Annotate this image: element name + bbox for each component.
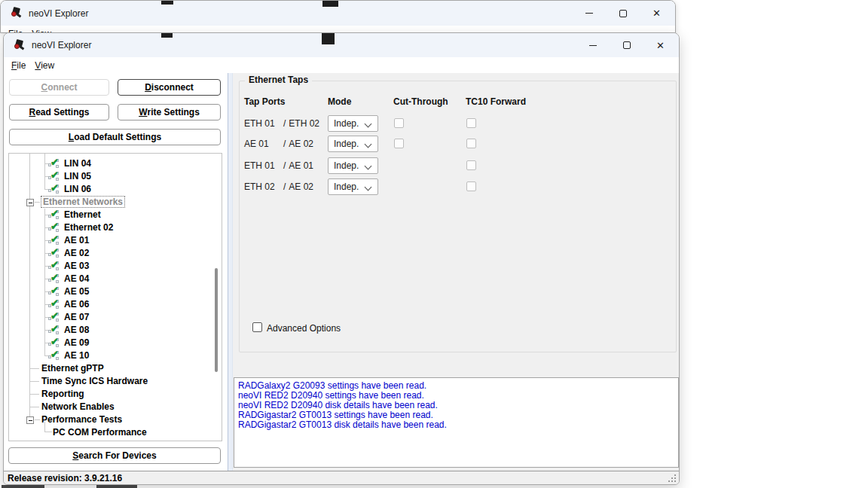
tree-item-lin-04[interactable]: ✔LIN 04 (9, 157, 222, 170)
load-default-settings-button[interactable]: Load Default Settings (9, 129, 221, 145)
tree-item-label: Ethernet gPTP (41, 363, 104, 374)
tree-line (30, 381, 39, 382)
close-button[interactable]: ✕ (643, 33, 677, 57)
tap-row-1: ETH 01/ETH 02Indep. (244, 115, 666, 132)
tree-item-lin-06[interactable]: ✔LIN 06 (9, 183, 222, 196)
resize-grip[interactable] (668, 474, 677, 483)
tree-item-ae-04[interactable]: ✔AE 04 (9, 273, 222, 285)
device-settings-tree: ✔LIN 04✔LIN 05✔LIN 06Ethernet Networks✔E… (8, 153, 222, 441)
menu-item-view[interactable]: View (30, 59, 59, 72)
tree-item-time-sync-ics-hardware[interactable]: Time Sync ICS Hardware (9, 375, 222, 388)
tree-line (35, 202, 40, 203)
tree-item-label: AE 05 (64, 286, 89, 297)
desktop: neoVI Explorer ✕ FileView neoVI Explorer… (0, 0, 868, 488)
tree-item-performance-tests[interactable]: Performance Tests (9, 413, 222, 426)
tree-item-ethernet-02[interactable]: ✔Ethernet 02 (9, 221, 222, 234)
disconnect-button[interactable]: Disconnect (118, 79, 221, 96)
network-check-icon: ✔ (48, 248, 62, 259)
mode-dropdown[interactable]: Indep. (328, 178, 378, 195)
app-icon (11, 8, 22, 19)
menubar: FileView (4, 57, 679, 73)
tree-item-label: Time Sync ICS Hardware (41, 376, 148, 386)
tree-item-ae-03[interactable]: ✔AE 03 (9, 260, 222, 273)
chevron-down-icon (365, 163, 372, 170)
maximize-icon (623, 41, 631, 49)
tree-item-ae-01[interactable]: ✔AE 01 (9, 234, 222, 247)
tap-ports-label: ETH 01/AE 01 (244, 160, 313, 171)
tree-item-ae-08[interactable]: ✔AE 08 (9, 324, 222, 337)
maximize-button[interactable] (610, 33, 643, 57)
screen-artifact (322, 33, 335, 44)
tap-ports-label: AE 01/AE 02 (244, 139, 313, 149)
network-check-icon: ✔ (48, 273, 62, 285)
minimize-button[interactable] (572, 1, 606, 26)
network-check-icon: ✔ (48, 235, 62, 246)
panel-splitter[interactable] (228, 73, 233, 471)
tree-item-label: LIN 05 (64, 171, 91, 181)
neovi-explorer-window: neoVI Explorer ✕ FileView Connect Discon… (3, 32, 680, 485)
tree-item-label: AE 03 (64, 261, 89, 271)
tree-item-pc-com-performance[interactable]: PC COM Performance (9, 426, 222, 439)
tree-item-label: Ethernet 02 (64, 222, 113, 233)
app-icon (14, 40, 25, 51)
network-check-icon: ✔ (48, 286, 62, 297)
status-bar: Release revision: 3.9.21.16 (4, 471, 679, 484)
tree-line (30, 394, 39, 395)
advanced-options-checkbox[interactable] (252, 322, 262, 332)
tap-ports-label: ETH 01/ETH 02 (244, 118, 319, 129)
tree-item-ae-05[interactable]: ✔AE 05 (9, 285, 222, 298)
tree-line (30, 407, 39, 407)
maximize-button[interactable] (606, 1, 640, 26)
connect-button[interactable]: Connect (9, 79, 109, 96)
tree-item-ethernet-gptp[interactable]: Ethernet gPTP (9, 362, 222, 375)
tree-item-label: AE 09 (64, 337, 89, 348)
network-check-icon: ✔ (48, 222, 62, 233)
read-settings-button[interactable]: Read Settings (9, 104, 109, 120)
write-settings-button[interactable]: Write Settings (118, 104, 221, 120)
network-check-icon: ✔ (48, 261, 62, 272)
tree-item-ae-10[interactable]: ✔AE 10 (9, 349, 222, 362)
tree-item-ae-09[interactable]: ✔AE 09 (9, 337, 222, 349)
cut-through-checkbox[interactable] (394, 139, 404, 148)
tap-row-2: AE 01/AE 02Indep. (244, 136, 666, 152)
minimize-button[interactable] (576, 33, 610, 57)
screen-artifact (161, 33, 173, 38)
mode-dropdown[interactable]: Indep. (328, 115, 378, 132)
mode-dropdown[interactable]: Indep. (328, 136, 378, 152)
tree-item-label: AE 04 (64, 273, 89, 284)
tree-item-ethernet-networks[interactable]: Ethernet Networks (9, 196, 222, 209)
tree-item-ae-02[interactable]: ✔AE 02 (9, 247, 222, 260)
tree-item-ethernet[interactable]: ✔Ethernet (9, 209, 222, 221)
search-for-devices-button[interactable]: Search For Devices (8, 447, 221, 464)
tc10-forward-checkbox[interactable] (466, 160, 476, 170)
tree-line (35, 419, 40, 420)
network-check-icon: ✔ (48, 158, 62, 169)
message-log[interactable]: RADGalaxy2 G20093 settings have been rea… (234, 377, 679, 468)
mode-dropdown[interactable]: Indep. (328, 157, 378, 174)
back-window[interactable]: neoVI Explorer ✕ FileView (0, 0, 676, 33)
tc10-forward-checkbox[interactable] (466, 139, 476, 148)
tree-item-ae-07[interactable]: ✔AE 07 (9, 311, 222, 324)
tree-item-reporting[interactable]: Reporting (9, 388, 222, 401)
tc10-forward-checkbox[interactable] (466, 181, 476, 191)
tree-item-network-enables[interactable]: Network Enables (9, 401, 222, 413)
tree-item-lin-05[interactable]: ✔LIN 05 (9, 170, 222, 183)
tree-item-ae-06[interactable]: ✔AE 06 (9, 298, 222, 311)
chevron-down-icon (365, 141, 372, 148)
tap-row-3: ETH 01/AE 01Indep. (244, 157, 666, 174)
settings-panel: Ethernet Taps Tap Ports Mode Cut-Through… (233, 73, 679, 471)
tree-collapse-icon[interactable] (26, 416, 34, 424)
advanced-options-label: Advanced Options (267, 323, 341, 334)
tree-scrollbar-thumb[interactable] (215, 268, 218, 372)
tree-collapse-icon[interactable] (26, 199, 34, 206)
close-button[interactable]: ✕ (640, 1, 674, 26)
titlebar[interactable]: neoVI Explorer ✕ (4, 33, 679, 57)
log-line: RADGigastar2 GT0013 disk details have be… (238, 420, 674, 430)
chevron-down-icon (365, 184, 372, 191)
tc10-forward-checkbox[interactable] (466, 118, 476, 128)
menu-item-file[interactable]: File (7, 59, 30, 72)
screen-artifact (161, 1, 173, 5)
tree-item-label: AE 08 (64, 325, 89, 335)
cut-through-checkbox[interactable] (394, 118, 404, 128)
tree-item-label: Network Enables (41, 401, 115, 412)
